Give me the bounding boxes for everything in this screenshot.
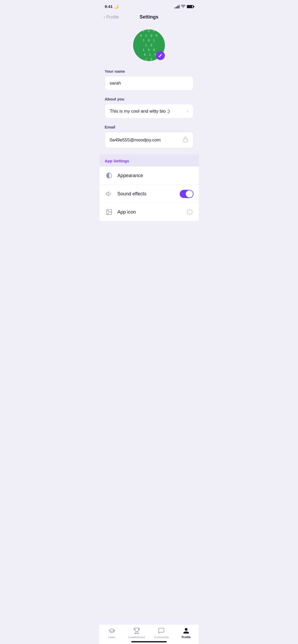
status-time: 9:41 🌙 — [105, 4, 119, 9]
email-field-group: Email 0a49e555@moodjoy.com — [105, 125, 193, 148]
app-icon-label: App icon — [118, 209, 136, 215]
toggle-thumb — [186, 190, 193, 197]
email-label: Email — [105, 125, 193, 129]
sound-effects-icon — [105, 190, 113, 198]
bio-field[interactable]: This is my cool and witty bio :) › — [105, 104, 193, 118]
app-icon-icon — [105, 208, 113, 216]
email-field: 0a49e555@moodjoy.com — [105, 132, 193, 148]
form-section: Your name About you This is my cool and … — [100, 69, 199, 148]
battery-icon — [187, 5, 193, 8]
loading-spinner-icon — [186, 208, 193, 216]
sound-effects-toggle[interactable] — [180, 190, 193, 198]
app-settings-header: App Settings — [100, 154, 199, 167]
status-bar: 9:41 🌙 — [100, 0, 199, 12]
avatar-container: 0 0 0 0 1 0 0 1 0 1 1 0 1 0 0 0 1 0 1 0 — [133, 29, 165, 61]
email-value: 0a49e555@moodjoy.com — [110, 137, 161, 143]
nav-header: ‹ Profile Settings — [100, 12, 199, 24]
bio-chevron-icon: › — [187, 108, 188, 114]
settings-item-appearance[interactable]: Appearance — [100, 167, 199, 185]
edit-avatar-button[interactable] — [156, 51, 165, 60]
appearance-label: Appearance — [118, 173, 143, 178]
bio-label: About you — [105, 97, 193, 101]
toggle-track — [180, 190, 193, 198]
lock-icon — [183, 136, 188, 144]
avatar-section: 0 0 0 0 1 0 0 1 0 1 1 0 1 0 0 0 1 0 1 0 — [100, 24, 199, 69]
page-title: Settings — [139, 14, 158, 20]
settings-item-sound-effects[interactable]: Sound effects — [100, 185, 199, 203]
wifi-icon — [181, 4, 185, 9]
app-settings-title: App Settings — [105, 159, 129, 163]
settings-item-app-icon[interactable]: App icon — [100, 203, 199, 221]
appearance-icon — [105, 171, 113, 180]
svg-line-12 — [191, 210, 192, 211]
main-content: 0 0 0 0 1 0 0 1 0 1 1 0 1 0 0 0 1 0 1 0 … — [100, 24, 199, 245]
status-icons — [175, 4, 193, 9]
name-label: Your name — [105, 69, 193, 73]
svg-rect-0 — [183, 139, 188, 142]
bio-field-group: About you This is my cool and witty bio … — [105, 97, 193, 118]
svg-line-11 — [187, 213, 188, 214]
svg-marker-2 — [106, 192, 109, 196]
back-label: Profile — [106, 15, 119, 20]
back-chevron-icon: ‹ — [104, 14, 105, 20]
svg-line-8 — [191, 213, 192, 214]
back-button[interactable]: ‹ Profile — [104, 14, 119, 20]
name-field-group: Your name — [105, 69, 193, 90]
signal-bars-icon — [175, 5, 179, 8]
name-input[interactable] — [105, 76, 193, 90]
svg-line-7 — [187, 210, 188, 211]
svg-point-4 — [107, 211, 108, 211]
settings-list: Appearance Sound effects — [100, 167, 199, 221]
bio-value: This is my cool and witty bio :) — [110, 109, 170, 114]
sound-effects-label: Sound effects — [118, 191, 147, 197]
